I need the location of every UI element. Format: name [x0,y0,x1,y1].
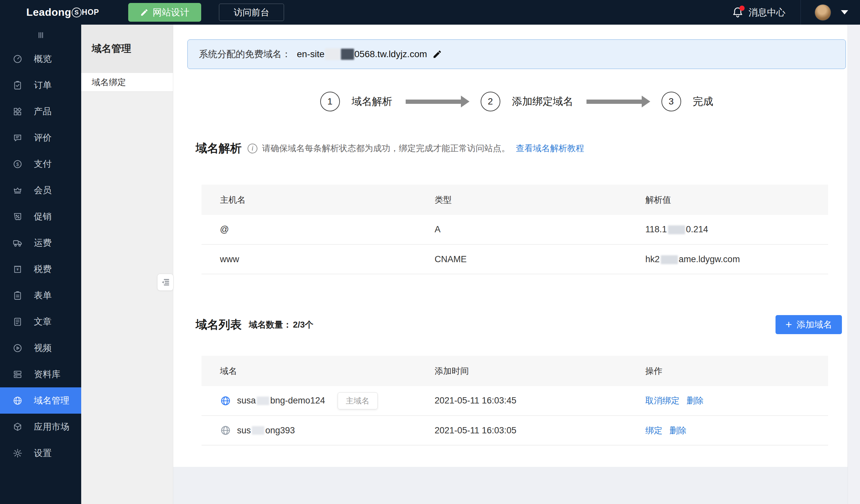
col-domain: 域名 [202,356,434,386]
svg-text:¥: ¥ [16,267,19,272]
info-icon: i [247,144,257,153]
site-design-button[interactable]: 网站设计 [128,3,201,22]
topbar: LeadongSHOP 网站设计 访问前台 消息中心 [0,0,860,25]
col-value: 解析值 [645,184,828,215]
step-2-label: 添加绑定域名 [512,94,573,108]
logo-text-rest: HOP [82,8,99,17]
delete-link[interactable]: 删除 [670,426,687,435]
gauge-icon [13,54,23,64]
app-logo[interactable]: LeadongSHOP [26,0,99,25]
step-1-circle: 1 [320,92,340,112]
bind-link[interactable]: 绑定 [645,426,662,435]
resolution-note: 请确保域名每条解析状态都为成功，绑定完成才能正常访问站点。 [262,143,510,154]
sidebar-item-tax[interactable]: ¥ 税费 [0,256,81,282]
step-3-circle: 3 [661,92,681,112]
sidebar-item-members[interactable]: 会员 [0,177,81,203]
globe-icon [13,396,23,406]
redacted-text [252,426,264,435]
submenu-item-domain-binding[interactable]: 域名绑定 [81,73,173,92]
clipboard-check-icon [13,80,23,90]
value-cell: 118.10.214 [645,215,828,244]
content-card: 系统分配的免费域名： en-site 0568.tw.ldyjz.com 1 域… [173,25,847,467]
domain-count-label: 域名数量： [249,319,291,330]
free-domain-banner: 系统分配的免费域名： en-site 0568.tw.ldyjz.com [187,40,846,69]
sidebar-item-domain-management[interactable]: 域名管理 [0,387,81,414]
sidebar-item-payments[interactable]: $ 支付 [0,151,81,177]
scrollbar-track[interactable] [847,25,860,504]
sidebar-item-articles[interactable]: 文章 [0,309,81,335]
step-arrow-icon [587,95,650,107]
domain-count-value: 2/3个 [293,319,313,330]
sidebar-collapse-icon[interactable] [0,25,81,46]
redacted-text [325,48,340,60]
add-domain-button[interactable]: + 添加域名 [775,315,842,334]
pencil-icon [140,8,148,17]
clipboard-lines-icon [13,291,23,301]
delete-link[interactable]: 删除 [687,396,704,405]
chevron-down-icon[interactable] [841,10,848,14]
dollar-circle-icon: $ [13,159,23,169]
add-domain-label: 添加域名 [797,319,832,330]
stacked-cards-icon [13,369,23,380]
play-circle-icon [13,343,23,353]
domain-cell: susa bng-demo124 主域名 [202,386,434,416]
time-cell: 2021-05-11 16:03:45 [434,386,645,416]
col-actions: 操作 [645,356,828,386]
topbar-right: 消息中心 [731,0,848,25]
sidebar-item-library[interactable]: 资料库 [0,361,81,387]
sidebar-item-app-market[interactable]: 应用市场 [0,414,81,440]
step-arrow-icon [406,95,470,107]
domain-cell: sus ong393 [202,416,434,445]
table-header-row: 主机名 类型 解析值 [202,184,828,215]
free-domain-value: en-site 0568.tw.ldyjz.com [297,48,427,60]
notification-bell-icon[interactable] [731,6,744,19]
table-row: susa bng-demo124 主域名 2021-05-11 16:03:45… [202,386,828,416]
submenu-title: 域名管理 [81,25,173,73]
user-avatar[interactable] [815,4,831,21]
sidebar-item-reviews[interactable]: 评价 [0,124,81,151]
sidebar-item-products[interactable]: 产品 [0,98,81,124]
time-cell: 2021-05-11 16:03:05 [434,416,645,445]
visit-storefront-button[interactable]: 访问前台 [219,4,284,21]
table-row: www CNAME hk2ame.ldygw.com [202,244,828,274]
message-center-link[interactable]: 消息中心 [748,6,785,19]
sidebar-item-overview[interactable]: 概览 [0,46,81,72]
host-cell: @ [202,215,434,244]
domain-list-title: 域名列表 [196,317,242,332]
steps-wizard: 1 域名解析 2 添加绑定域名 3 完成 [187,89,846,114]
logo-text: Leadong [26,6,71,18]
sidebar-item-forms[interactable]: 表单 [0,282,81,309]
primary-sidebar: 概览 订单 产品 评价 $ 支付 会员 促销 运费 [0,25,81,504]
comment-icon [13,133,23,143]
redacted-text [661,255,678,264]
free-domain-suffix: 0568.tw.ldyjz.com [354,49,427,59]
notification-badge [739,5,745,11]
host-cell: www [202,244,434,274]
sidebar-item-shipping[interactable]: 运费 [0,229,81,256]
sidebar-item-settings[interactable]: 设置 [0,440,81,466]
panel-collapse-button[interactable] [157,274,174,291]
table-row: sus ong393 2021-05-11 16:03:05 绑定 删除 [202,416,828,445]
sidebar-item-promotions[interactable]: 促销 [0,203,81,229]
step-1-label: 域名解析 [352,94,392,108]
free-domain-prefix: en-site [297,49,325,59]
domain-list-table: 域名 添加时间 操作 susa bng-demo124 [202,356,828,445]
discount-tag-icon [13,211,23,222]
resolution-table: 主机名 类型 解析值 @ A 118.10.214 www CNAME hk2a… [202,184,828,275]
edit-domain-icon[interactable] [432,49,442,59]
col-added-time: 添加时间 [434,356,645,386]
globe-icon [220,425,231,436]
grid-blocks-icon [13,106,23,117]
resolution-tutorial-link[interactable]: 查看域名解析教程 [516,143,584,154]
tax-receipt-icon: ¥ [13,264,23,275]
redacted-text [341,49,354,60]
outdent-icon [160,277,170,287]
redacted-text [257,397,269,405]
free-domain-label: 系统分配的免费域名： [199,48,291,60]
truck-icon [13,238,23,248]
sidebar-item-videos[interactable]: 视频 [0,335,81,361]
sidebar-item-orders[interactable]: 订单 [0,72,81,98]
unbind-link[interactable]: 取消绑定 [645,396,679,405]
actions-cell: 取消绑定 删除 [645,386,828,416]
table-row: @ A 118.10.214 [202,215,828,244]
